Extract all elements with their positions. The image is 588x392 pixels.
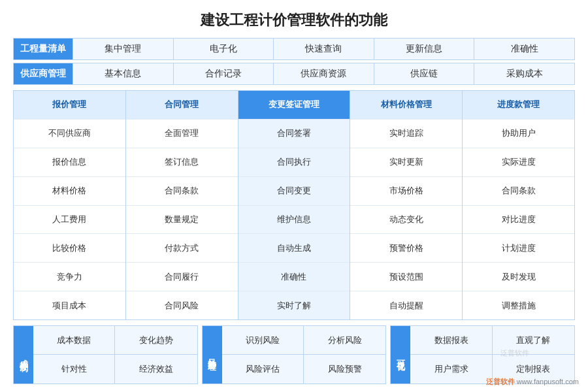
row1-cells: 集中管理电子化快速查询更新信息准确性 — [73, 39, 574, 59]
bottom-cell-1-1: 分析风险 — [304, 326, 385, 355]
bottom-label-2: 可视化 — [391, 326, 410, 384]
grid-cell-0-1: 报价信息 — [14, 148, 125, 177]
grid-cell-4-2: 合同条款 — [463, 177, 574, 206]
logo: 泛普软件 www.fanpusoft.com — [486, 377, 579, 387]
top-rows: 工程量清单 集中管理电子化快速查询更新信息准确性 供应商管理 基本信息合作记录供… — [13, 38, 575, 85]
grid-col-header-4: 进度款管理 — [463, 91, 574, 120]
grid-cell-2-6: 实时了解 — [238, 291, 350, 319]
bottom-cell-0-0: 成本数据 — [33, 326, 115, 355]
grid-cell-4-4: 计划进度 — [463, 234, 574, 263]
bottom-label-1: 风险管理 — [203, 326, 222, 384]
row1: 工程量清单 集中管理电子化快速查询更新信息准确性 — [13, 38, 575, 60]
bottom-block-0: 成本控制成本数据变化趋势针对性经济效益 — [13, 325, 198, 384]
bottom-label-0: 成本控制 — [14, 326, 33, 384]
row2-cell-0: 基本信息 — [73, 63, 173, 84]
grid-cell-1-6: 合同风险 — [126, 291, 238, 319]
row2: 供应商管理 基本信息合作记录供应商资源供应链采购成本 — [13, 63, 575, 85]
page-title: 建设工程计价管理软件的功能 — [13, 10, 575, 30]
bottom-block-1: 风险管理识别风险分析风险风险评估风险预警 — [202, 325, 387, 384]
bottom-cell-2-0: 数据报表 — [410, 326, 492, 355]
row2-cell-4: 采购成本 — [474, 63, 574, 84]
row2-cells: 基本信息合作记录供应商资源供应链采购成本 — [73, 63, 574, 84]
grid-col-header-3: 材料价格管理 — [350, 91, 462, 120]
row1-cell-2: 快速查询 — [273, 39, 374, 59]
bottom-cell-1-0: 识别风险 — [222, 326, 304, 355]
grid-cell-2-3: 维护信息 — [238, 206, 350, 235]
grid-cell-0-6: 项目成本 — [14, 291, 125, 319]
grid-cell-3-2: 市场价格 — [350, 177, 462, 206]
row2-cell-3: 供应链 — [374, 63, 474, 84]
grid-col-header-2: 变更签证管理 — [238, 91, 350, 120]
grid-cell-3-3: 动态变化 — [350, 206, 462, 235]
grid-cell-1-3: 数量规定 — [126, 206, 238, 235]
bottom-block-2: 可视化数据报表直观了解用户需求定制报表 — [390, 325, 575, 384]
bottom-cell-0-2: 针对性 — [33, 355, 115, 384]
grid-cell-3-4: 预警价格 — [350, 234, 462, 263]
bottom-cell-0-3: 经济效益 — [115, 355, 197, 384]
grid-cell-1-0: 全面管理 — [126, 120, 238, 148]
bottom-cell-2-2: 用户需求 — [410, 355, 492, 384]
grid-cell-2-1: 合同执行 — [238, 148, 350, 177]
grid-cell-3-6: 自动提醒 — [350, 291, 462, 319]
grid-cell-0-0: 不同供应商 — [14, 120, 125, 148]
grid-cell-0-4: 比较价格 — [14, 234, 125, 263]
grid-col-header-0: 报价管理 — [14, 91, 125, 120]
grid-cell-2-2: 合同变更 — [238, 177, 350, 206]
row2-cell-1: 合作记录 — [173, 63, 274, 84]
grid-cell-3-5: 预设范围 — [350, 263, 462, 291]
grid-cell-4-1: 实际进度 — [463, 148, 574, 177]
bottom-grid-0: 成本数据变化趋势针对性经济效益 — [33, 326, 197, 384]
grid-col-2: 变更签证管理合同签署合同执行合同变更维护信息自动生成准确性实时了解 — [238, 91, 351, 319]
grid-col-header-1: 合同管理 — [126, 91, 238, 120]
grid-cell-3-0: 实时追踪 — [350, 120, 462, 148]
row1-label: 工程量清单 — [14, 39, 73, 59]
grid-cell-0-5: 竞争力 — [14, 263, 125, 291]
grid-col-3: 材料价格管理实时追踪实时更新市场价格动态变化预警价格预设范围自动提醒 — [350, 91, 463, 319]
bottom-grid-1: 识别风险分析风险风险评估风险预警 — [222, 326, 386, 384]
row1-cell-3: 更新信息 — [374, 39, 474, 59]
grid-cell-1-5: 合同履行 — [126, 263, 238, 291]
main-grid: 报价管理不同供应商报价信息材料价格人工费用比较价格竞争力项目成本合同管理全面管理… — [13, 90, 575, 320]
grid-cell-1-4: 付款方式 — [126, 234, 238, 263]
grid-cell-0-2: 材料价格 — [14, 177, 125, 206]
bottom-grid-2: 数据报表直观了解用户需求定制报表 — [410, 326, 574, 384]
row2-label: 供应商管理 — [14, 63, 73, 84]
grid-cell-2-5: 准确性 — [238, 263, 350, 291]
grid-cell-4-6: 调整措施 — [463, 291, 574, 319]
grid-col-1: 合同管理全面管理签订信息合同条款数量规定付款方式合同履行合同风险 — [126, 91, 238, 319]
bottom-cell-1-3: 风险预警 — [304, 355, 385, 384]
bottom-section: 成本控制成本数据变化趋势针对性经济效益风险管理识别风险分析风险风险评估风险预警可… — [13, 325, 575, 384]
grid-cell-1-1: 签订信息 — [126, 148, 238, 177]
row1-cell-4: 准确性 — [474, 39, 574, 59]
grid-cell-1-2: 合同条款 — [126, 177, 238, 206]
row1-cell-0: 集中管理 — [73, 39, 173, 59]
grid-cell-2-0: 合同签署 — [238, 120, 350, 148]
grid-cell-3-1: 实时更新 — [350, 148, 462, 177]
grid-col-0: 报价管理不同供应商报价信息材料价格人工费用比较价格竞争力项目成本 — [14, 91, 126, 319]
watermark: 泛普软件 — [500, 348, 529, 358]
row2-cell-2: 供应商资源 — [273, 63, 374, 84]
bottom-cell-1-2: 风险评估 — [222, 355, 304, 384]
grid-col-4: 进度款管理协助用户实际进度合同条款对比进度计划进度及时发现调整措施 — [463, 91, 574, 319]
grid-cell-4-0: 协助用户 — [463, 120, 574, 148]
bottom-cell-0-1: 变化趋势 — [115, 326, 197, 355]
grid-cell-0-3: 人工费用 — [14, 206, 125, 235]
grid-cell-4-3: 对比进度 — [463, 206, 574, 235]
grid-cell-4-5: 及时发现 — [463, 263, 574, 291]
row1-cell-1: 电子化 — [173, 39, 274, 59]
grid-cell-2-4: 自动生成 — [238, 234, 350, 263]
